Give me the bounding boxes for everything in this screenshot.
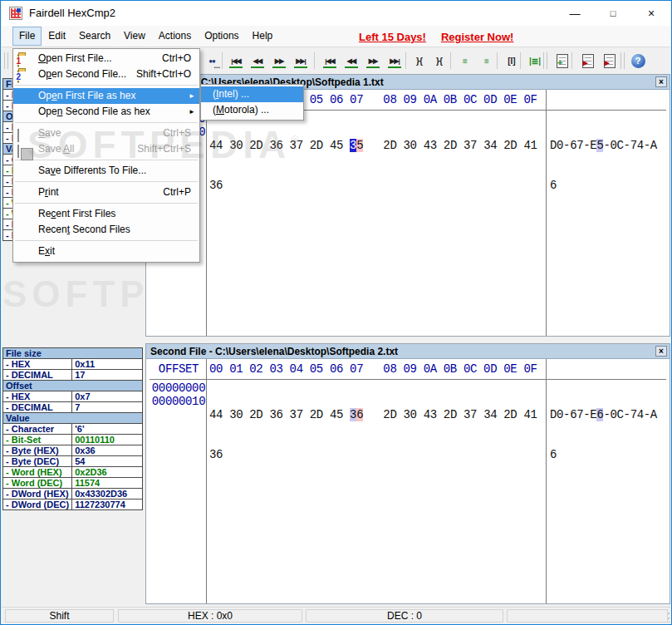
menu-item-save-differents-to-file[interactable]: Save Differents To File...: [13, 163, 199, 179]
ascii-column[interactable]: D0-67-E6-0C-74-A 6: [550, 381, 657, 488]
menubar-item-actions[interactable]: Actions: [152, 27, 198, 46]
toolbar-grip[interactable]: [543, 52, 547, 69]
menubar-item-help[interactable]: Help: [246, 27, 280, 46]
align-second-icon[interactable]: ≡: [477, 51, 497, 71]
select-block-icon[interactable]: [I]: [502, 51, 522, 71]
menu-item-label: Exit: [38, 245, 55, 257]
menubar-item-options[interactable]: Options: [198, 27, 245, 46]
menu-item-exit[interactable]: Exit: [13, 244, 199, 259]
save-all-icon: [17, 144, 19, 160]
menubar-item-file[interactable]: File: [12, 27, 42, 46]
menu-item-open-second-file-as-hex[interactable]: Open Second File as hex►: [13, 104, 199, 120]
file2-row--hex: - HEX0x7: [3, 391, 143, 402]
info-value: 7: [72, 402, 143, 413]
compare-report-first-icon[interactable]: ▸: [578, 51, 598, 71]
prev-change-icon[interactable]: ◀◀: [341, 51, 361, 71]
next-block-icon[interactable]: }{: [429, 51, 449, 71]
report-icon[interactable]: +: [552, 51, 572, 71]
register-now-link[interactable]: Register Now!: [441, 31, 513, 43]
menu-item-save[interactable]: SaveCtrl+S: [13, 125, 199, 141]
hex-column[interactable]: 44 30 2D 36 37 2D 45 35 2D 30 43 2D 37 3…: [209, 112, 537, 219]
hex-row[interactable]: 44 30 2D 36 37 2D 45 36 2D 30 43 2D 37 3…: [209, 408, 537, 421]
last-difference-icon[interactable]: ▶▶|: [291, 51, 311, 71]
second-file-hex-view[interactable]: OFFSET 00 01 02 03 04 05 06 07 08 09 0A …: [146, 359, 670, 603]
title-bar[interactable]: Fairdell HexCmp2 — □ ×: [2, 1, 670, 26]
maximize-button[interactable]: □: [594, 1, 632, 26]
ascii-row[interactable]: D0-67-E5-0C-74-A: [550, 139, 657, 152]
trial-banner[interactable]: Left 15 Days!Register Now!: [359, 31, 528, 43]
minimize-button[interactable]: —: [556, 1, 594, 26]
menu-item-open-first-file[interactable]: 1Open First File...Ctrl+O: [13, 51, 199, 66]
ascii-row[interactable]: 6: [550, 448, 657, 461]
first-difference-icon[interactable]: |◀◀: [226, 51, 246, 71]
document-accent: ▸: [583, 58, 588, 66]
next-change-icon[interactable]: ▶▶: [363, 51, 383, 71]
info-label: - HEX: [3, 391, 72, 402]
hex-row[interactable]: 36: [209, 179, 537, 192]
ascii-row[interactable]: D0-67-E6-0C-74-A: [550, 408, 657, 421]
menubar-item-edit[interactable]: Edit: [42, 27, 72, 46]
first-file-close-button[interactable]: ×: [655, 76, 667, 87]
close-button[interactable]: ×: [632, 1, 670, 26]
next-difference-icon[interactable]: ▶▶: [269, 51, 289, 71]
menubar-item-search[interactable]: Search: [72, 27, 117, 46]
menu-item-recent-first-files[interactable]: Recent First Files: [13, 206, 199, 222]
second-file-title: Second File - C:\Users\elena\Desktop\Sof…: [150, 346, 398, 357]
info-value: 0x2D36: [72, 467, 143, 478]
ascii-row[interactable]: 6: [550, 179, 657, 192]
menu-item-label: Open First File as hex: [38, 90, 135, 101]
submenu-item-open-as-hex-motorola[interactable]: (Motorola) ...: [201, 102, 303, 118]
first-file-hex-view[interactable]: OFFSET 00 01 02 03 04 05 06 07 08 09 0A …: [146, 90, 670, 336]
hex-column[interactable]: 44 30 2D 36 37 2D 45 36 2D 30 43 2D 37 3…: [209, 381, 537, 488]
softpedia-watermark: SOFTPEDIA: [2, 273, 144, 315]
find-icon[interactable]: ●●...: [202, 51, 222, 71]
menu-item-print[interactable]: PrintCtrl+P: [13, 185, 199, 200]
second-file-panel: Second File - C:\Users\elena\Desktop\Sof…: [145, 343, 670, 604]
toolbar-grip[interactable]: [620, 52, 625, 69]
app-icon: [9, 7, 22, 20]
toolbar-separator: [497, 52, 498, 69]
file2-section-offset: Offset: [3, 381, 143, 391]
first-change-icon[interactable]: |◀◀: [320, 51, 340, 71]
info-label: - DECIMAL: [3, 402, 72, 413]
toolbar-grip[interactable]: [4, 52, 8, 69]
menu-item-save-all[interactable]: Save AllShift+Ctrl+S: [13, 141, 199, 157]
info-value: 0x43302D36: [72, 489, 143, 500]
inactive-cursor-nibble[interactable]: 3: [350, 408, 356, 421]
info-value: 54: [72, 456, 143, 467]
compare-report-second-icon[interactable]: ▸: [600, 51, 620, 71]
info-value: 0x7: [72, 391, 143, 402]
prev-block-icon[interactable]: }{: [410, 51, 429, 71]
prev-difference-icon[interactable]: ◀◀: [248, 51, 267, 71]
difference-nibble[interactable]: 5: [356, 139, 363, 152]
status-segment-2: DEC : 0: [306, 609, 503, 623]
file2-row--byte-hex-: - Byte (HEX)0x36: [3, 445, 143, 456]
find-dots: ...: [213, 62, 220, 70]
help-icon[interactable]: ?: [628, 51, 648, 71]
toolbar-separator: [520, 52, 521, 69]
trial-days-left[interactable]: Left 15 Days!: [359, 31, 426, 43]
menu-item-label: Recent First Files: [38, 208, 115, 219]
folder-glyph: 1: [17, 54, 19, 67]
ascii-divider: [546, 359, 547, 603]
hex-row[interactable]: 44 30 2D 36 37 2D 45 35 2D 30 43 2D 37 3…: [209, 139, 537, 152]
menu-item-open-first-file-as-hex[interactable]: Open First File as hex►: [13, 88, 199, 104]
hex-row[interactable]: 36: [209, 448, 537, 461]
align-first-icon[interactable]: ≡: [455, 51, 475, 71]
menubar-item-view[interactable]: View: [117, 27, 152, 46]
menu-item-open-second-file[interactable]: 2Open Second File...Shift+Ctrl+O: [13, 66, 199, 82]
second-file-close-button[interactable]: ×: [655, 346, 667, 357]
difference-marker: [345, 66, 358, 68]
menu-bar: FileEditSearchViewActionsOptionsHelpLeft…: [2, 26, 670, 47]
byte-list-icon[interactable]: |≣|: [525, 51, 545, 71]
menu-item-recent-second-files[interactable]: Recent Second Files: [13, 222, 199, 238]
menu-separator: [15, 240, 198, 241]
info-value: 1127230774: [72, 500, 143, 510]
ascii-column[interactable]: D0-67-E5-0C-74-A 6: [550, 112, 657, 219]
status-segment-0: Shift: [5, 609, 114, 623]
difference-nibble[interactable]: 6: [356, 408, 363, 421]
menu-separator: [15, 160, 198, 160]
last-change-icon[interactable]: ▶▶|: [385, 51, 405, 71]
submenu-item-open-as-hex-intel[interactable]: (Intel) ...: [201, 86, 303, 102]
active-cursor-nibble[interactable]: 3: [350, 139, 356, 152]
